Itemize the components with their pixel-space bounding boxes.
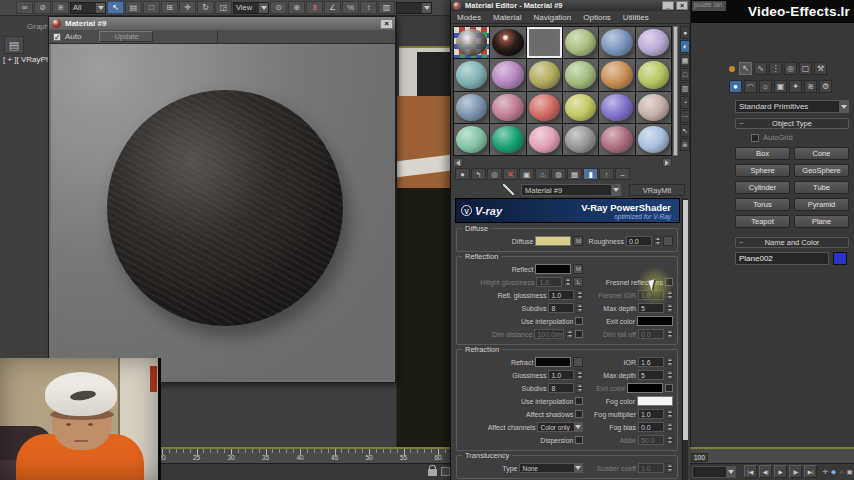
go-to-start-button[interactable]: |◀	[744, 465, 757, 478]
maximize-viewport-icon[interactable]: ▣	[846, 466, 853, 477]
put-to-scene-icon[interactable]: ↰	[471, 168, 486, 180]
refr-max-depth-field[interactable]: 5	[638, 370, 664, 380]
scatter-coeff-spinner[interactable]	[666, 463, 673, 473]
status-dropdown[interactable]	[692, 466, 736, 478]
named-selection-sets-icon[interactable]: ▥	[378, 1, 395, 14]
update-button[interactable]: Update	[99, 31, 153, 42]
minimize-button[interactable]: _	[662, 1, 674, 10]
use-pivot-center-icon[interactable]: ⊙	[270, 1, 287, 14]
make-preview-icon[interactable]: ◔	[680, 96, 690, 109]
viewport[interactable]	[396, 16, 450, 455]
objtype-torus-button[interactable]: Torus	[735, 198, 790, 211]
modify-tab[interactable]: ∿	[754, 62, 767, 75]
refl-glossiness-spinner[interactable]	[576, 290, 583, 300]
refr-glossiness-spinner[interactable]	[576, 370, 583, 380]
refr-use-interpolation-checkbox[interactable]	[575, 397, 583, 405]
objtype-sphere-button[interactable]: Sphere	[735, 164, 790, 177]
spinner-snap-icon[interactable]: ↕	[360, 1, 377, 14]
helpers-category[interactable]: ✦	[789, 80, 802, 93]
orbit-icon[interactable]: ∩	[838, 466, 845, 477]
refl-max-depth-spinner[interactable]	[666, 303, 673, 313]
autogrid-checkbox[interactable]	[751, 134, 759, 142]
selection-filter-dropdown[interactable]: All	[70, 2, 106, 14]
select-by-name-icon[interactable]: ▤	[125, 1, 142, 14]
sample-slot-16[interactable]	[599, 92, 634, 123]
sample-slot-5[interactable]	[636, 27, 671, 58]
assign-to-selection-icon[interactable]: ◎	[487, 168, 502, 180]
roughness-field[interactable]: 0.0	[626, 236, 652, 246]
scroll-right-button[interactable]	[662, 158, 672, 167]
shapes-category[interactable]: ◠	[744, 80, 757, 93]
motion-tab[interactable]: ◎	[784, 62, 797, 75]
display-tab[interactable]: ▢	[799, 62, 812, 75]
backlight-icon[interactable]: ◐	[680, 40, 690, 53]
material-name-dropdown[interactable]: Material #9	[521, 184, 621, 196]
zoom-icon[interactable]: ◆	[830, 466, 837, 477]
pan-icon[interactable]: ✛	[822, 466, 829, 477]
sample-slot-19[interactable]	[490, 124, 525, 155]
sample-uv-tiling-icon[interactable]: □	[680, 68, 690, 81]
primitive-category-dropdown[interactable]: Standard Primitives	[735, 100, 849, 113]
dispersion-checkbox[interactable]	[575, 436, 583, 444]
utilities-tab[interactable]: ⚒	[814, 62, 827, 75]
refr-max-depth-spinner[interactable]	[666, 370, 673, 380]
sample-slot-13[interactable]	[490, 92, 525, 123]
close-button[interactable]: ×	[380, 19, 393, 29]
get-material-icon[interactable]: ●	[455, 168, 470, 180]
preview-window-titlebar[interactable]: Material #9	[49, 17, 395, 30]
hilight-glossiness-field[interactable]: 1.0	[536, 277, 562, 287]
objtype-pyramid-button[interactable]: Pyramid	[794, 198, 849, 211]
coord-system-dropdown[interactable]: View	[233, 2, 269, 14]
selection-lock-icon[interactable]	[428, 469, 437, 476]
objtype-cone-button[interactable]: Cone	[794, 147, 849, 160]
options-icon[interactable]: ⋯	[680, 110, 690, 123]
fog-bias-field[interactable]: 0.0	[638, 422, 664, 432]
abbe-spinner[interactable]	[666, 435, 673, 445]
objtype-box-button[interactable]: Box	[735, 147, 790, 160]
material-map-navigator-icon[interactable]: ≣	[680, 138, 690, 151]
select-by-material-icon[interactable]: ↖	[680, 124, 690, 137]
absolute-mode-icon[interactable]	[441, 467, 450, 476]
refr-exit-color-swatch[interactable]	[627, 383, 663, 393]
refr-exit-color-checkbox[interactable]	[665, 384, 673, 392]
reflect-map-button[interactable]: M	[573, 264, 583, 274]
menu-modes[interactable]: Modes	[451, 13, 487, 22]
menu-options[interactable]: Options	[577, 13, 617, 22]
select-and-move-icon[interactable]: ✛	[179, 1, 196, 14]
viewport-label[interactable]: [ + ][ VRayPhy	[3, 55, 54, 64]
select-and-manipulate-icon[interactable]: ⊕	[288, 1, 305, 14]
object-type-rollout-header[interactable]: Object Type	[735, 118, 849, 129]
go-forward-icon[interactable]: →	[615, 168, 630, 180]
material-editor-titlebar[interactable]: Material Editor - Material #9	[451, 0, 690, 11]
hierarchy-tab[interactable]: ⋮	[769, 62, 782, 75]
sample-type-icon[interactable]: ●	[680, 26, 690, 39]
eyedropper-icon[interactable]	[503, 184, 514, 195]
sample-slot-2[interactable]	[527, 27, 562, 58]
scatter-coeff-field[interactable]: 1.0	[638, 463, 664, 473]
unlink-selection-icon[interactable]: ⊘	[34, 1, 51, 14]
systems-category[interactable]: ⚙	[819, 80, 832, 93]
reflect-color-swatch[interactable]	[535, 264, 571, 274]
select-object-icon[interactable]: ↖	[107, 1, 124, 14]
abbe-field[interactable]: 50.0	[638, 435, 664, 445]
bind-to-spacewarp-icon[interactable]: ≋	[52, 1, 69, 14]
dim-distance-field[interactable]: 100.0mm	[534, 329, 564, 339]
menu-navigation[interactable]: Navigation	[527, 13, 577, 22]
objtype-tube-button[interactable]: Tube	[794, 181, 849, 194]
material-type-button[interactable]: VRayMtl	[629, 184, 685, 196]
sample-slot-1[interactable]	[490, 27, 525, 58]
next-frame-button[interactable]: |▶	[789, 465, 802, 478]
ior-spinner[interactable]	[666, 357, 673, 367]
dim-distance-spinner[interactable]	[566, 329, 573, 339]
name-color-rollout-header[interactable]: Name and Color	[735, 237, 849, 248]
sample-slot-3[interactable]	[563, 27, 598, 58]
sample-slot-23[interactable]	[636, 124, 671, 155]
fog-color-swatch[interactable]	[637, 396, 673, 406]
roughness-spinner[interactable]	[654, 236, 661, 246]
go-to-end-button[interactable]: ▶|	[804, 465, 817, 478]
params-scrollbar[interactable]	[682, 198, 688, 480]
objtype-plane-button[interactable]: Plane	[794, 215, 849, 228]
scroll-left-button[interactable]	[453, 158, 463, 167]
affect-channels-dropdown[interactable]: Color only	[537, 422, 583, 432]
selection-set-dropdown[interactable]	[396, 2, 432, 14]
